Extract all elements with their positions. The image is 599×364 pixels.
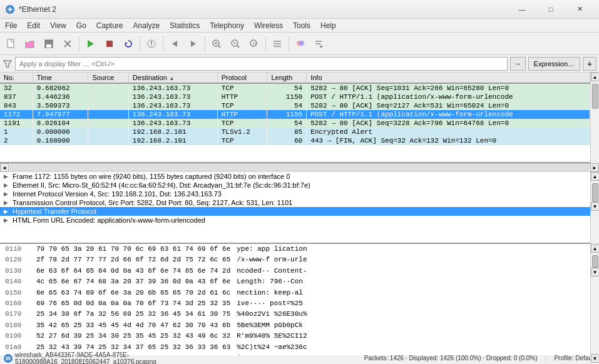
hex-ascii: (Ur%3FmR %229F%2B xyxy=(237,353,307,355)
menu-analyze[interactable]: Analyze xyxy=(128,19,165,32)
scroll-back-button[interactable] xyxy=(166,35,183,53)
hex-ascii: /x-www-f orm-urle xyxy=(237,255,307,265)
packet-list: No. Time Source Destination ▲ Protocol L… xyxy=(0,73,590,163)
filter-apply-button[interactable]: → xyxy=(510,57,526,71)
hex-bytes: 6e 65 63 74 69 6f 6e 3a 20 6b 65 65 70 2… xyxy=(30,288,237,298)
detail-pane-scroll: ▶Frame 1172: 1155 bytes on wire (9240 bi… xyxy=(0,172,590,244)
hex-ascii: ive···· post=%25 xyxy=(237,299,303,308)
title-bar-left: *Ethernet 2 xyxy=(5,4,56,14)
detail-row[interactable]: ▶Frame 1172: 1155 bytes on wire (9240 bi… xyxy=(0,172,590,181)
detail-row[interactable]: ▶HTML Form URL Encoded: application/x-ww… xyxy=(0,216,590,225)
colorize-button[interactable] xyxy=(292,35,309,53)
capture-options-button[interactable] xyxy=(143,35,160,53)
menu-capture[interactable]: Capture xyxy=(91,19,128,32)
table-row[interactable]: 11727.947977136.243.163.73HTTP1155POST /… xyxy=(0,110,590,119)
scroll-left-arrow[interactable]: ◄ xyxy=(0,163,9,172)
table-row[interactable]: 8373.446236136.243.163.73HTTP1150POST / … xyxy=(0,93,590,101)
new-button[interactable] xyxy=(3,35,20,53)
table-row[interactable]: 8433.509373136.243.163.73TCP545282 → 80 … xyxy=(0,101,590,110)
scroll-up-arrow[interactable]: ▲ xyxy=(591,73,600,81)
hex-ascii: R'm9%40% 5E%2CI12 xyxy=(237,331,307,341)
hex-scroll-up[interactable]: ▲ xyxy=(591,244,600,253)
menu-telephony[interactable]: Telephony xyxy=(205,19,249,32)
detail-row[interactable]: ▶Hypertext Transfer Protocol xyxy=(0,207,590,216)
hex-offset: 0180 xyxy=(5,321,30,330)
hex-ascii: ype: app lication xyxy=(237,245,307,254)
col-no[interactable]: No. xyxy=(0,73,33,83)
expression-button[interactable]: Expression… xyxy=(528,57,580,71)
hex-bytes: 2f 78 2d 77 77 77 2d 66 6f 72 6d 2d 75 7… xyxy=(30,255,237,265)
menu-help[interactable]: Help xyxy=(315,19,341,32)
hex-offset: 0190 xyxy=(5,331,30,341)
add-filter-button[interactable]: + xyxy=(583,57,596,71)
scroll-forward-button[interactable] xyxy=(185,35,202,53)
close-button[interactable]: ✕ xyxy=(565,0,594,19)
hex-offset: 0160 xyxy=(5,299,30,308)
detail-row[interactable]: ▶Transmission Control Protocol, Src Port… xyxy=(0,198,590,207)
hex-row: 01202f 78 2d 77 77 77 2d 66 6f 72 6d 2d … xyxy=(0,255,590,265)
hex-bytes: 79 70 65 3a 20 61 70 70 6c 69 63 61 74 6… xyxy=(30,245,237,254)
hex-offset: 0110 xyxy=(5,245,30,254)
table-row[interactable]: 320.682062136.243.163.73TCP545282 → 80 [… xyxy=(0,83,590,93)
separator-1 xyxy=(79,36,79,51)
expand-arrow: ▶ xyxy=(4,200,8,206)
scroll-thumb[interactable] xyxy=(592,84,598,109)
col-length[interactable]: Length xyxy=(267,73,307,83)
table-row[interactable]: 11918.026104136.243.163.73TCP545282 → 80… xyxy=(0,119,590,128)
svg-point-30 xyxy=(299,41,304,46)
detail-scroll-down[interactable]: ▼ xyxy=(591,202,600,211)
packet-list-scrollbar: ▲ ▼ xyxy=(590,73,599,163)
menu-statistics[interactable]: Statistics xyxy=(165,19,205,32)
scroll-down-arrow[interactable]: ▼ xyxy=(591,354,600,363)
maximize-button[interactable]: □ xyxy=(536,0,565,19)
hex-scroll-thumb[interactable] xyxy=(592,255,598,268)
col-time[interactable]: Time xyxy=(33,73,88,83)
start-capture-button[interactable] xyxy=(82,35,100,53)
packet-table-body: 320.682062136.243.163.73TCP545282 → 80 [… xyxy=(0,83,590,145)
menu-tools[interactable]: Tools xyxy=(288,19,315,32)
menu-view[interactable]: View xyxy=(45,19,71,32)
hex-row: 01506e 65 63 74 69 6f 6e 3a 20 6b 65 65 … xyxy=(0,288,590,298)
hex-row: 019052 27 6d 39 25 34 30 25 35 45 25 32 … xyxy=(0,331,590,341)
auto-scroll-button[interactable] xyxy=(310,35,328,53)
stop-capture-button[interactable] xyxy=(101,35,118,53)
close-capture-button[interactable] xyxy=(59,35,76,53)
save-button[interactable] xyxy=(40,35,58,53)
detail-row[interactable]: ▶Ethernet II, Src: Micro-St_60:52:f4 (4c… xyxy=(0,181,590,190)
window-title: *Ethernet 2 xyxy=(19,5,56,14)
detail-row[interactable]: ▶Internet Protocol Version 4, Src: 192.1… xyxy=(0,190,590,198)
packet-list-pane: No. Time Source Destination ▲ Protocol L… xyxy=(0,73,599,163)
open-button[interactable] xyxy=(21,35,39,53)
zoom-in-button[interactable] xyxy=(208,35,225,53)
table-row[interactable]: 20.168000192.168.2.101TCP60443 → [FIN, A… xyxy=(0,136,590,145)
svg-rect-10 xyxy=(106,41,113,47)
menu-wireless[interactable]: Wireless xyxy=(249,19,288,32)
menu-edit[interactable]: Edit xyxy=(22,19,45,32)
filter-input[interactable] xyxy=(15,57,508,71)
expand-arrow: ▶ xyxy=(4,217,8,223)
menu-file[interactable]: File xyxy=(0,19,22,32)
minimize-button[interactable]: — xyxy=(508,0,536,19)
resize-columns-button[interactable] xyxy=(269,35,286,53)
hex-scroll-down[interactable]: ▼ xyxy=(591,268,600,276)
menu-go[interactable]: Go xyxy=(71,19,91,32)
col-source[interactable]: Source xyxy=(88,73,128,83)
col-destination[interactable]: Destination ▲ xyxy=(128,73,217,83)
detail-scroll-up[interactable]: ▲ xyxy=(591,172,600,181)
table-row[interactable]: 10.000000192.168.2.101TLSv1.285Encrypted… xyxy=(0,128,590,136)
status-profile: Profile: Default xyxy=(554,355,595,361)
separator-6 xyxy=(289,36,289,51)
hex-pane-scroll: 011079 70 65 3a 20 61 70 70 6c 69 63 61 … xyxy=(0,244,590,355)
horiz-scroll-track[interactable] xyxy=(10,164,589,171)
col-protocol[interactable]: Protocol xyxy=(217,73,267,83)
title-bar: *Ethernet 2 — □ ✕ xyxy=(0,0,599,19)
restart-capture-button[interactable] xyxy=(120,35,137,53)
zoom-out-button[interactable] xyxy=(227,35,244,53)
detail-scroll-thumb[interactable] xyxy=(592,183,598,202)
hex-offset: 0150 xyxy=(5,288,30,298)
scroll-right-arrow[interactable]: ► xyxy=(590,163,599,172)
svg-rect-6 xyxy=(46,44,51,48)
zoom-normal-button[interactable]: 1x xyxy=(245,35,263,53)
packet-list-scroll: No. Time Source Destination ▲ Protocol L… xyxy=(0,73,590,163)
col-info[interactable]: Info xyxy=(307,73,590,83)
